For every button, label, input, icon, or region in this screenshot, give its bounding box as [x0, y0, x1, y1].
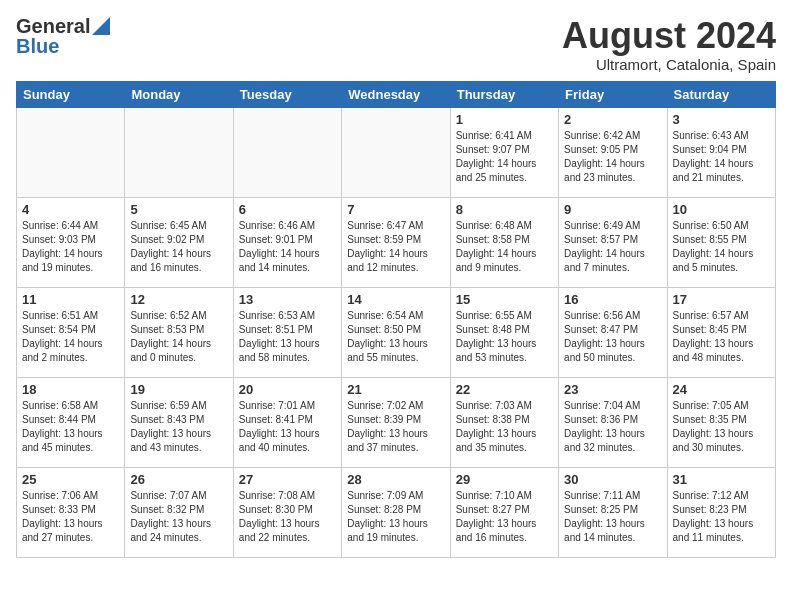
day-of-week-header: Sunday — [17, 81, 125, 107]
calendar-day-cell: 26Sunrise: 7:07 AMSunset: 8:32 PMDayligh… — [125, 467, 233, 557]
day-info: Sunrise: 6:45 AMSunset: 9:02 PMDaylight:… — [130, 219, 227, 275]
calendar-day-cell: 6Sunrise: 6:46 AMSunset: 9:01 PMDaylight… — [233, 197, 341, 287]
calendar-day-cell: 7Sunrise: 6:47 AMSunset: 8:59 PMDaylight… — [342, 197, 450, 287]
day-info: Sunrise: 6:57 AMSunset: 8:45 PMDaylight:… — [673, 309, 770, 365]
day-of-week-header: Monday — [125, 81, 233, 107]
logo-blue-text: Blue — [16, 36, 59, 56]
day-info: Sunrise: 6:54 AMSunset: 8:50 PMDaylight:… — [347, 309, 444, 365]
calendar-day-cell: 5Sunrise: 6:45 AMSunset: 9:02 PMDaylight… — [125, 197, 233, 287]
calendar-day-cell — [342, 107, 450, 197]
day-info: Sunrise: 6:53 AMSunset: 8:51 PMDaylight:… — [239, 309, 336, 365]
calendar-day-cell: 12Sunrise: 6:52 AMSunset: 8:53 PMDayligh… — [125, 287, 233, 377]
day-number: 15 — [456, 292, 553, 307]
day-number: 3 — [673, 112, 770, 127]
day-number: 4 — [22, 202, 119, 217]
calendar-table: SundayMondayTuesdayWednesdayThursdayFrid… — [16, 81, 776, 558]
calendar-day-cell: 31Sunrise: 7:12 AMSunset: 8:23 PMDayligh… — [667, 467, 775, 557]
day-number: 6 — [239, 202, 336, 217]
day-info: Sunrise: 6:50 AMSunset: 8:55 PMDaylight:… — [673, 219, 770, 275]
day-number: 8 — [456, 202, 553, 217]
day-info: Sunrise: 6:56 AMSunset: 8:47 PMDaylight:… — [564, 309, 661, 365]
day-info: Sunrise: 6:48 AMSunset: 8:58 PMDaylight:… — [456, 219, 553, 275]
day-number: 21 — [347, 382, 444, 397]
calendar-day-cell: 27Sunrise: 7:08 AMSunset: 8:30 PMDayligh… — [233, 467, 341, 557]
calendar-day-cell: 3Sunrise: 6:43 AMSunset: 9:04 PMDaylight… — [667, 107, 775, 197]
day-info: Sunrise: 7:08 AMSunset: 8:30 PMDaylight:… — [239, 489, 336, 545]
day-number: 1 — [456, 112, 553, 127]
calendar-day-cell: 8Sunrise: 6:48 AMSunset: 8:58 PMDaylight… — [450, 197, 558, 287]
calendar-day-cell: 2Sunrise: 6:42 AMSunset: 9:05 PMDaylight… — [559, 107, 667, 197]
day-number: 20 — [239, 382, 336, 397]
day-info: Sunrise: 6:58 AMSunset: 8:44 PMDaylight:… — [22, 399, 119, 455]
day-info: Sunrise: 6:55 AMSunset: 8:48 PMDaylight:… — [456, 309, 553, 365]
calendar-day-cell: 4Sunrise: 6:44 AMSunset: 9:03 PMDaylight… — [17, 197, 125, 287]
calendar-week-row: 18Sunrise: 6:58 AMSunset: 8:44 PMDayligh… — [17, 377, 776, 467]
logo: General Blue — [16, 16, 110, 56]
day-number: 29 — [456, 472, 553, 487]
day-number: 16 — [564, 292, 661, 307]
day-info: Sunrise: 6:44 AMSunset: 9:03 PMDaylight:… — [22, 219, 119, 275]
day-number: 17 — [673, 292, 770, 307]
day-info: Sunrise: 7:01 AMSunset: 8:41 PMDaylight:… — [239, 399, 336, 455]
day-number: 19 — [130, 382, 227, 397]
day-number: 13 — [239, 292, 336, 307]
day-number: 5 — [130, 202, 227, 217]
day-info: Sunrise: 6:42 AMSunset: 9:05 PMDaylight:… — [564, 129, 661, 185]
calendar-day-cell — [17, 107, 125, 197]
day-number: 31 — [673, 472, 770, 487]
day-of-week-header: Wednesday — [342, 81, 450, 107]
calendar-week-row: 11Sunrise: 6:51 AMSunset: 8:54 PMDayligh… — [17, 287, 776, 377]
day-info: Sunrise: 6:43 AMSunset: 9:04 PMDaylight:… — [673, 129, 770, 185]
logo-triangle-icon — [92, 17, 110, 35]
day-number: 18 — [22, 382, 119, 397]
calendar-day-cell: 28Sunrise: 7:09 AMSunset: 8:28 PMDayligh… — [342, 467, 450, 557]
calendar-day-cell: 16Sunrise: 6:56 AMSunset: 8:47 PMDayligh… — [559, 287, 667, 377]
day-number: 26 — [130, 472, 227, 487]
svg-marker-0 — [92, 17, 110, 35]
day-number: 12 — [130, 292, 227, 307]
day-number: 25 — [22, 472, 119, 487]
day-info: Sunrise: 7:05 AMSunset: 8:35 PMDaylight:… — [673, 399, 770, 455]
calendar-day-cell: 20Sunrise: 7:01 AMSunset: 8:41 PMDayligh… — [233, 377, 341, 467]
day-number: 14 — [347, 292, 444, 307]
month-title: August 2024 — [562, 16, 776, 56]
calendar-day-cell: 25Sunrise: 7:06 AMSunset: 8:33 PMDayligh… — [17, 467, 125, 557]
day-number: 7 — [347, 202, 444, 217]
day-of-week-header: Saturday — [667, 81, 775, 107]
calendar-day-cell: 13Sunrise: 6:53 AMSunset: 8:51 PMDayligh… — [233, 287, 341, 377]
calendar-day-cell: 18Sunrise: 6:58 AMSunset: 8:44 PMDayligh… — [17, 377, 125, 467]
day-info: Sunrise: 7:09 AMSunset: 8:28 PMDaylight:… — [347, 489, 444, 545]
day-number: 27 — [239, 472, 336, 487]
day-info: Sunrise: 6:49 AMSunset: 8:57 PMDaylight:… — [564, 219, 661, 275]
day-info: Sunrise: 6:47 AMSunset: 8:59 PMDaylight:… — [347, 219, 444, 275]
title-area: August 2024 Ultramort, Catalonia, Spain — [562, 16, 776, 73]
calendar-day-cell: 24Sunrise: 7:05 AMSunset: 8:35 PMDayligh… — [667, 377, 775, 467]
calendar-day-cell — [233, 107, 341, 197]
calendar-day-cell: 11Sunrise: 6:51 AMSunset: 8:54 PMDayligh… — [17, 287, 125, 377]
calendar-week-row: 4Sunrise: 6:44 AMSunset: 9:03 PMDaylight… — [17, 197, 776, 287]
calendar-day-cell: 9Sunrise: 6:49 AMSunset: 8:57 PMDaylight… — [559, 197, 667, 287]
day-info: Sunrise: 6:46 AMSunset: 9:01 PMDaylight:… — [239, 219, 336, 275]
location-title: Ultramort, Catalonia, Spain — [562, 56, 776, 73]
calendar-day-cell: 21Sunrise: 7:02 AMSunset: 8:39 PMDayligh… — [342, 377, 450, 467]
day-number: 9 — [564, 202, 661, 217]
calendar-day-cell: 14Sunrise: 6:54 AMSunset: 8:50 PMDayligh… — [342, 287, 450, 377]
day-info: Sunrise: 6:52 AMSunset: 8:53 PMDaylight:… — [130, 309, 227, 365]
calendar-day-cell: 23Sunrise: 7:04 AMSunset: 8:36 PMDayligh… — [559, 377, 667, 467]
day-number: 22 — [456, 382, 553, 397]
calendar-day-cell: 1Sunrise: 6:41 AMSunset: 9:07 PMDaylight… — [450, 107, 558, 197]
calendar-week-row: 1Sunrise: 6:41 AMSunset: 9:07 PMDaylight… — [17, 107, 776, 197]
day-info: Sunrise: 7:10 AMSunset: 8:27 PMDaylight:… — [456, 489, 553, 545]
day-of-week-header: Thursday — [450, 81, 558, 107]
calendar-week-row: 25Sunrise: 7:06 AMSunset: 8:33 PMDayligh… — [17, 467, 776, 557]
day-info: Sunrise: 7:06 AMSunset: 8:33 PMDaylight:… — [22, 489, 119, 545]
calendar-day-cell: 30Sunrise: 7:11 AMSunset: 8:25 PMDayligh… — [559, 467, 667, 557]
calendar-day-cell: 22Sunrise: 7:03 AMSunset: 8:38 PMDayligh… — [450, 377, 558, 467]
day-info: Sunrise: 6:41 AMSunset: 9:07 PMDaylight:… — [456, 129, 553, 185]
day-number: 28 — [347, 472, 444, 487]
header: General Blue August 2024 Ultramort, Cata… — [16, 16, 776, 73]
day-number: 23 — [564, 382, 661, 397]
calendar-day-cell: 10Sunrise: 6:50 AMSunset: 8:55 PMDayligh… — [667, 197, 775, 287]
day-number: 24 — [673, 382, 770, 397]
day-info: Sunrise: 7:03 AMSunset: 8:38 PMDaylight:… — [456, 399, 553, 455]
